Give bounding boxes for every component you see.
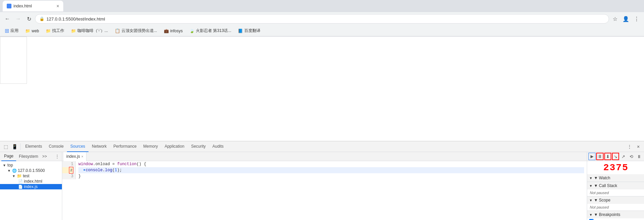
bookmark-baidu-icon: 📘 bbox=[238, 29, 243, 33]
tab-performance[interactable]: Performance bbox=[110, 141, 140, 152]
tree-item-index-js[interactable]: 📄 index.js bbox=[0, 184, 62, 189]
code-line-3: } bbox=[78, 173, 584, 179]
address-bar[interactable]: 🔒 127.0.0.1:5500/test/index.html bbox=[35, 14, 609, 24]
tree-item-top[interactable]: ▼ top bbox=[0, 162, 62, 168]
breakpoint-dot: ● bbox=[83, 167, 85, 173]
devtools-panel: ⬚ 📱 Elements Console Sources Network Per… bbox=[0, 141, 644, 220]
tab-security[interactable]: Security bbox=[188, 141, 209, 152]
bookmark-baidu[interactable]: 📘 百度翻译 bbox=[236, 27, 262, 34]
debug-watch-section: ▼ ▼ Watch bbox=[587, 174, 644, 182]
tab-memory[interactable]: Memory bbox=[140, 141, 161, 152]
breakpoint-line-number[interactable]: 2 bbox=[69, 167, 73, 174]
debug-step-over-button[interactable]: ⬇ bbox=[604, 153, 611, 160]
devtools-more-button[interactable]: ⋮ bbox=[625, 142, 634, 151]
debug-resume-button[interactable]: ▶ bbox=[588, 153, 596, 160]
tree-item-test-folder[interactable]: ▼ 📁 test bbox=[0, 173, 62, 179]
bookmark-infosys[interactable]: 💼 infosys bbox=[162, 28, 185, 34]
tab-close-button[interactable]: × bbox=[57, 3, 59, 9]
tab-audits[interactable]: Audits bbox=[209, 141, 227, 152]
panel-actions: ⋮ bbox=[54, 153, 61, 160]
folder-icon-test: 📁 bbox=[17, 174, 22, 178]
breakpoints-arrow-icon: ▼ bbox=[589, 213, 593, 217]
code-content: window.onload = function() { ●console.lo… bbox=[76, 161, 587, 179]
bookmark-web[interactable]: 📁 web bbox=[23, 28, 41, 34]
tree-test-label: test bbox=[23, 174, 29, 178]
debug-watch-header[interactable]: ▼ ▼ Watch bbox=[587, 174, 644, 182]
bookmark-baidu-label: 百度翻译 bbox=[244, 28, 260, 34]
bookmark-naruto[interactable]: 🍃 火影忍者 第313话... bbox=[187, 27, 233, 34]
code-tab-close[interactable]: × bbox=[81, 155, 83, 158]
tab-network[interactable]: Network bbox=[88, 141, 110, 152]
debug-callstack-header[interactable]: ▼ ▼ Call Stack bbox=[587, 182, 644, 189]
log-fn: log bbox=[105, 167, 112, 173]
back-button[interactable]: ← bbox=[3, 14, 12, 24]
debug-breakpoints-section: ▼ ▼ Breakpoints index.js:2 console.log(1… bbox=[587, 211, 644, 220]
toolbar-separator bbox=[20, 143, 21, 150]
file-tree: ▼ top ▼ 🌐 127.0.0.1:5500 ▼ 📁 test bbox=[0, 161, 62, 220]
devtools-device-button[interactable]: 📱 bbox=[10, 142, 19, 151]
browser-chrome: index.html × ← → ↻ 🔒 127.0.0.1:5500/test… bbox=[0, 0, 644, 37]
callstack-arrow-icon: ▼ bbox=[589, 184, 593, 188]
debug-step-button[interactable]: ⟲ bbox=[628, 153, 635, 160]
page-white-box bbox=[0, 37, 27, 84]
panel-tabs: Page Filesystem >> ⋮ bbox=[0, 152, 62, 161]
forward-button[interactable]: → bbox=[13, 14, 23, 24]
tree-item-server[interactable]: ▼ 🌐 127.0.0.1:5500 bbox=[0, 168, 62, 173]
line-numbers: 1 2 3 bbox=[62, 161, 76, 179]
tab-title: index.html bbox=[13, 4, 32, 8]
panel-tab-page[interactable]: Page bbox=[1, 152, 16, 161]
devtools-close-button[interactable]: × bbox=[634, 142, 643, 151]
tree-indexjs-label: index.js bbox=[24, 184, 38, 189]
bookmark-cloud[interactable]: 📋 云顶女团强势出道... bbox=[113, 27, 159, 34]
bookmark-coffee[interactable]: 📁 咖啡咖啡（'-'）... bbox=[69, 27, 110, 34]
debug-digit-3: 7 bbox=[616, 162, 622, 173]
bookmark-star-button[interactable]: ☆ bbox=[610, 14, 620, 24]
bookmark-infosys-icon: 💼 bbox=[164, 29, 169, 33]
debug-scope-content: Not paused bbox=[587, 204, 644, 211]
code-panel-tabs: index.js × bbox=[62, 152, 587, 161]
debug-number-display: 2 3 7 5 bbox=[587, 161, 644, 174]
debug-toolbar: ▶ ⏸ ⬇ ↘ ↗ ⟲ ⏸ bbox=[587, 152, 644, 161]
tree-arrow-top: ▼ bbox=[3, 163, 7, 167]
profile-button[interactable]: 👤 bbox=[621, 14, 631, 24]
debug-deactivate-button[interactable]: ⏸ bbox=[636, 153, 643, 160]
code-editor[interactable]: 1 2 3 window.onload = function() { ●cons… bbox=[62, 161, 587, 220]
panel-tab-filesystem[interactable]: Filesystem bbox=[16, 152, 41, 161]
tab-elements[interactable]: Elements bbox=[22, 141, 45, 152]
debug-pause-button[interactable]: ⏸ bbox=[596, 153, 603, 160]
bookmark-naruto-icon: 🍃 bbox=[189, 29, 194, 33]
code-tab-indexjs[interactable]: index.js × bbox=[64, 152, 86, 161]
code-line-2: ●console.log(1); bbox=[78, 167, 584, 173]
debug-step-into-button[interactable]: ↘ bbox=[612, 153, 619, 160]
code-line-1: window.onload = function() { bbox=[78, 161, 584, 167]
panel-more-button[interactable]: ⋮ bbox=[54, 153, 61, 160]
bookmark-folder-icon-3: 📁 bbox=[71, 29, 76, 33]
tab-console[interactable]: Console bbox=[45, 141, 67, 152]
scope-label: ▼ Scope bbox=[594, 198, 610, 203]
debug-breakpoints-header[interactable]: ▼ ▼ Breakpoints bbox=[587, 211, 644, 218]
file-tree-panel: Page Filesystem >> ⋮ ▼ top ▼ bbox=[0, 152, 62, 220]
debug-scope-section: ▼ ▼ Scope Not paused bbox=[587, 196, 644, 211]
debug-step-out-button[interactable]: ↗ bbox=[620, 153, 627, 160]
tree-item-index-html[interactable]: 📄 index.html bbox=[0, 179, 62, 184]
breakpoints-label: ▼ Breakpoints bbox=[594, 212, 620, 217]
menu-button[interactable]: ⋮ bbox=[632, 14, 641, 24]
devtools-inspect-button[interactable]: ⬚ bbox=[1, 142, 10, 151]
devtools-content: Page Filesystem >> ⋮ ▼ top ▼ bbox=[0, 152, 644, 220]
bookmark-job[interactable]: 📁 找工作 bbox=[44, 27, 66, 34]
bookmark-apps[interactable]: ⊞ 应用 bbox=[3, 27, 21, 35]
panel-tab-more[interactable]: >> bbox=[42, 154, 47, 159]
watch-label: ▼ Watch bbox=[594, 176, 610, 180]
browser-tab[interactable]: index.html × bbox=[3, 1, 63, 11]
tree-arrow-test: ▼ bbox=[12, 174, 17, 178]
bookmark-apps-label: 应用 bbox=[10, 28, 19, 34]
bookmark-naruto-label: 火影忍者 第313话... bbox=[196, 28, 231, 34]
debug-scope-header[interactable]: ▼ ▼ Scope bbox=[587, 196, 644, 204]
url-text: 127.0.0.1:5500/test/index.html bbox=[46, 16, 105, 22]
scope-arrow-icon: ▼ bbox=[589, 198, 593, 202]
tab-sources[interactable]: Sources bbox=[67, 141, 88, 152]
reload-button[interactable]: ↻ bbox=[24, 14, 34, 24]
file-icon-html: 📄 bbox=[18, 179, 23, 184]
tab-application[interactable]: Application bbox=[161, 141, 188, 152]
bookmark-folder-icon-2: 📁 bbox=[46, 29, 51, 33]
